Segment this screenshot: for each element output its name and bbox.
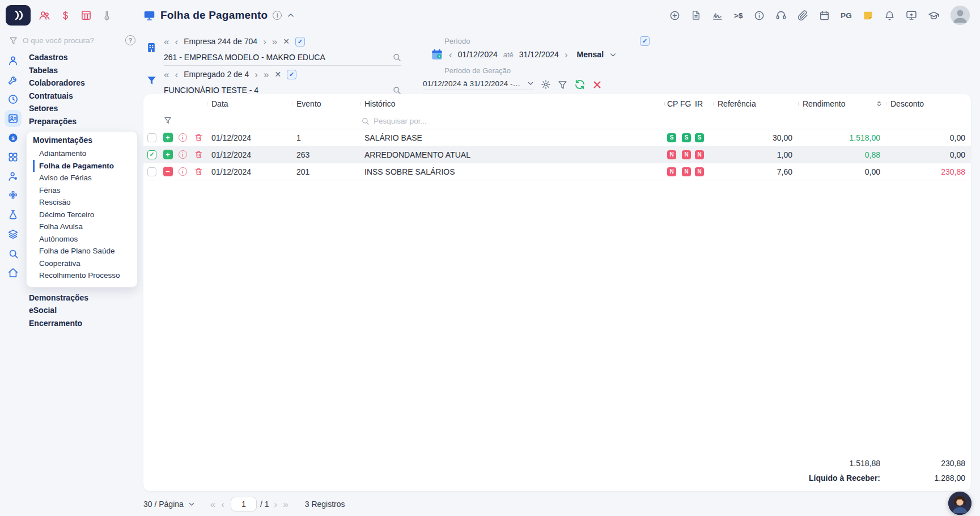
period-checkbox[interactable]: ✓ [640, 36, 650, 46]
headset-icon[interactable] [775, 10, 787, 21]
pg-shortcut[interactable]: PG [841, 11, 852, 20]
row-checkbox[interactable]: ✓ [147, 150, 156, 159]
period-mode-caret-icon[interactable] [609, 51, 617, 58]
info-icon[interactable]: i [179, 150, 187, 159]
submenu-item-ferias[interactable]: Férias [33, 184, 133, 197]
cancel-icon[interactable] [592, 80, 602, 90]
company-next-icon[interactable]: › [263, 37, 266, 46]
period-prev-icon[interactable]: ‹ [449, 50, 452, 60]
spreadsheet-icon[interactable] [80, 10, 92, 21]
module-integrations-icon[interactable] [5, 187, 22, 204]
screen-share-icon[interactable] [906, 10, 917, 21]
support-chat-avatar[interactable] [948, 492, 971, 515]
remove-badge[interactable]: − [163, 167, 173, 176]
col-ir[interactable]: IR [694, 99, 713, 108]
page-input[interactable] [231, 497, 257, 511]
graduation-cap-icon[interactable] [928, 10, 940, 22]
employee-active-checkbox[interactable]: ✓ [287, 70, 296, 79]
trash-icon[interactable] [194, 167, 203, 176]
dollar-icon[interactable] [60, 10, 71, 21]
module-clock-icon[interactable] [5, 91, 22, 108]
sidebar-item-cadastros[interactable]: Cadastros [26, 51, 143, 64]
company-prev-icon[interactable]: ‹ [175, 37, 178, 46]
submenu-item-cooperativa[interactable]: Cooperativa [33, 257, 133, 270]
trash-icon[interactable] [194, 150, 203, 159]
table-row[interactable]: −i01/12/2024201INSS SOBRE SALÁRIOSNNN7,6… [143, 163, 971, 180]
sort-icon[interactable] [876, 100, 883, 107]
refresh-icon[interactable] [574, 79, 586, 90]
notes-icon[interactable] [863, 10, 873, 21]
signature-icon[interactable] [712, 10, 723, 21]
period-end-date[interactable]: 31/12/2024 [519, 50, 559, 59]
generation-settings-icon[interactable] [541, 79, 551, 90]
company-field[interactable]: 261 - EMPRESA MODELO - MAKRO EDUCA [164, 49, 401, 66]
billing-shortcut[interactable]: >$ [734, 11, 743, 20]
employee-next-icon[interactable]: › [254, 70, 258, 79]
sidebar-item-contratuais[interactable]: Contratuais [26, 90, 143, 103]
add-circle-icon[interactable] [669, 10, 680, 21]
info-icon[interactable]: i [179, 167, 187, 176]
sidebar-item-preparacoes[interactable]: Preparações [26, 115, 143, 128]
submenu-item-rescisao[interactable]: Rescisão [33, 196, 133, 209]
company-last-icon[interactable]: » [272, 37, 277, 46]
row-checkbox[interactable] [147, 167, 156, 176]
employee-first-icon[interactable]: « [164, 70, 169, 79]
col-rendimento[interactable]: Rendimento [798, 99, 886, 108]
sidebar-search-input[interactable] [23, 36, 120, 45]
submenu-item-folha-de-plano-saude[interactable]: Folha de Plano Saúde [33, 245, 133, 257]
period-next-icon[interactable]: › [565, 50, 568, 60]
module-tools-icon[interactable] [5, 71, 22, 88]
prev-page-icon[interactable]: ‹ [221, 500, 224, 509]
submenu-title[interactable]: Movimentações [33, 136, 133, 145]
calendar-icon[interactable] [819, 10, 830, 21]
collapse-header-icon[interactable] [287, 11, 295, 19]
last-page-icon[interactable]: » [283, 500, 288, 509]
company-clear-icon[interactable]: ✕ [283, 37, 290, 45]
info-circle-icon[interactable] [754, 10, 765, 21]
table-filter-icon[interactable] [143, 116, 207, 126]
col-desconto[interactable]: Desconto [886, 99, 971, 108]
col-historico[interactable]: Histórico [360, 99, 664, 108]
company-first-icon[interactable]: « [164, 37, 169, 46]
paperclip-icon[interactable] [797, 10, 808, 21]
info-icon[interactable]: i [179, 133, 187, 142]
period-mode-select[interactable]: Mensal [577, 50, 604, 59]
next-page-icon[interactable]: › [274, 500, 278, 509]
submenu-item-autonomos[interactable]: Autônomos [33, 233, 133, 246]
company-search-icon[interactable] [392, 53, 401, 62]
col-cp[interactable]: CP [664, 99, 679, 108]
employee-search-icon[interactable] [392, 86, 401, 95]
submenu-item-decimo-terceiro[interactable]: Décimo Terceiro [33, 209, 133, 221]
employee-clear-icon[interactable]: ✕ [274, 70, 281, 78]
table-search-input[interactable] [374, 117, 521, 125]
module-grid-icon[interactable] [5, 149, 22, 166]
employee-last-icon[interactable]: » [264, 70, 269, 79]
submenu-item-folha-avulsa[interactable]: Folha Avulsa [33, 221, 133, 233]
submenu-item-recolhimento-processo[interactable]: Recolhimento Processo [33, 269, 133, 282]
module-layers-icon[interactable] [5, 226, 22, 243]
sidebar-item-esocial[interactable]: eSocial [26, 304, 143, 317]
table-row[interactable]: +i01/12/20241SALÁRIO BASESSS30,001.518,0… [143, 129, 971, 146]
help-icon[interactable]: ? [125, 35, 135, 45]
first-page-icon[interactable]: « [210, 500, 215, 509]
table-row[interactable]: ✓+i01/12/2024263ARREDONDAMENTO ATUALNNN1… [143, 146, 971, 163]
sidebar-item-setores[interactable]: Setores [26, 102, 143, 115]
module-flask-icon[interactable] [5, 206, 22, 223]
company-active-checkbox[interactable]: ✓ [295, 37, 305, 46]
period-start-date[interactable]: 01/12/2024 [458, 50, 498, 59]
grid-filter-icon[interactable] [558, 80, 567, 90]
sidebar-item-encerramento[interactable]: Encerramento [26, 317, 143, 330]
col-data[interactable]: Data [207, 99, 292, 108]
title-info-icon[interactable]: i [273, 11, 282, 20]
sidebar-item-tabelas[interactable]: Tabelas [26, 64, 143, 77]
people-icon[interactable] [39, 10, 50, 22]
row-checkbox[interactable] [147, 133, 156, 142]
module-person-pin-icon[interactable] [5, 168, 22, 185]
col-referencia[interactable]: Referência [713, 99, 798, 108]
add-badge[interactable]: + [163, 150, 173, 159]
module-employee-card-icon[interactable] [5, 110, 22, 127]
col-evento[interactable]: Evento [292, 99, 360, 108]
submenu-item-adiantamento[interactable]: Adiantamento [33, 147, 133, 160]
app-logo[interactable] [6, 5, 31, 26]
submenu-item-aviso-de-ferias[interactable]: Aviso de Férias [33, 172, 133, 184]
